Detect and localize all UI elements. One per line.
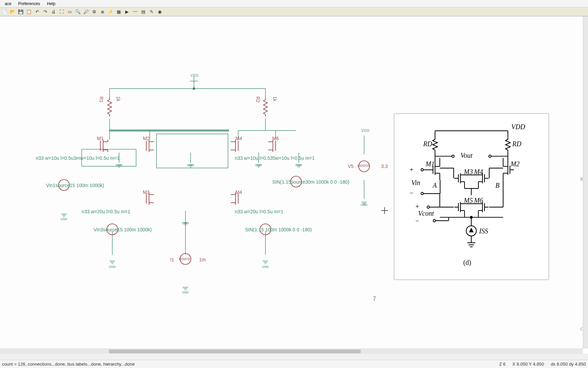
label-m1[interactable]: M1 [97, 136, 103, 141]
svg-text:+: + [410, 166, 413, 173]
svg-text:−: − [415, 217, 419, 225]
menu-help[interactable]: Help [44, 1, 59, 7]
ref-iss: ISS [479, 227, 488, 235]
new-icon[interactable]: 📄 [1, 8, 8, 16]
ref-m6: M6 [474, 197, 483, 204]
annotate-icon[interactable]: ✎ [148, 8, 155, 16]
cursor-crosshair [381, 207, 388, 214]
param-m3[interactable]: n33 w=20u l=0.5u m=1 [82, 209, 130, 214]
label-r1[interactable]: R1 [99, 96, 104, 103]
sim-icon[interactable]: ▶ [123, 8, 131, 16]
ref-vin: Vin [411, 179, 420, 186]
status-message: count = 126, connections...done, bus lab… [2, 362, 135, 367]
label-i1[interactable]: I1 [170, 257, 174, 262]
status-xy: X 8.050 Y 4.850 [512, 362, 544, 367]
label-v5[interactable]: V5 [348, 164, 354, 169]
ref-a: A [432, 182, 437, 189]
label-m4[interactable]: M4 [235, 136, 242, 141]
param-m5[interactable]: n33 w=20u l=0.5u m=1 [235, 209, 283, 214]
find-icon[interactable]: ⚙ [91, 8, 98, 16]
param-m4[interactable]: n33 w=10u l=0.535w=10u l=0.5u m=1 [235, 155, 315, 161]
svg-text:−: − [410, 189, 413, 197]
ref-m5: M5 [463, 197, 473, 204]
copy-icon[interactable]: 📋 [25, 8, 33, 16]
src-vin1[interactable]: Vin1source15 100m 1000k) [46, 183, 104, 188]
gnd-6: GND [182, 221, 189, 225]
svg-point-2 [193, 88, 195, 90]
zoom-fit-icon[interactable]: ⛶ [58, 8, 65, 16]
open-icon[interactable]: 📂 [9, 8, 16, 16]
svg-text:A: A [432, 182, 437, 189]
page-number: 7 [373, 296, 376, 302]
param-m1[interactable]: n33 w=10u l=0.5u3mw=10u l=0.5u m=1 [36, 155, 119, 161]
svg-text:Vout: Vout [460, 152, 473, 159]
svg-point-132 [421, 169, 423, 171]
save-icon[interactable]: 💾 [17, 8, 24, 16]
svg-rect-8 [110, 130, 229, 131]
svg-point-97 [452, 155, 454, 157]
ruler-b: B [580, 177, 583, 182]
layers-icon[interactable]: ▦ [115, 8, 122, 16]
ref-vcont: Vcont [418, 210, 434, 217]
net-vdd-top: VDD [191, 74, 199, 77]
label-r2[interactable]: R2 [255, 96, 261, 103]
status-dxy: dx 8.050 dy 4.850 [551, 362, 586, 367]
label-i1-type: isource [179, 257, 190, 261]
grid-icon[interactable]: ▤ [140, 8, 147, 16]
undo-icon[interactable]: ↶ [33, 8, 41, 16]
gnd-5: GND [295, 164, 302, 167]
zoom-out-icon[interactable]: 🔎 [82, 8, 90, 16]
gnd-3: GND [187, 164, 194, 167]
ref-rd-r: RD [512, 140, 521, 148]
gnd-8: GND [262, 265, 269, 269]
label-m6[interactable]: M6 [272, 136, 279, 141]
svg-text:ISS: ISS [479, 227, 488, 235]
gnd-1: GND [61, 217, 67, 221]
redo-icon[interactable]: ↷ [42, 8, 49, 16]
gnd-9: GND [182, 291, 189, 294]
src-vin2[interactable]: SIN(1.15source30m 1000k 0 0 -180) [272, 179, 349, 185]
ref-caption: (d) [463, 259, 471, 266]
ref-rd-l: RD [423, 140, 432, 148]
ref-m4: M4 [474, 168, 483, 175]
menu-preferences[interactable]: Preferences [15, 1, 44, 7]
svg-point-98 [489, 155, 491, 157]
svg-text:B: B [495, 182, 500, 189]
scrollbar-thumb[interactable] [109, 350, 361, 353]
zoom-in-icon[interactable]: 🔍 [74, 8, 82, 16]
svg-point-134 [421, 193, 423, 195]
svg-text:RD: RD [512, 140, 521, 148]
netlist-icon[interactable]: ≣ [99, 8, 106, 16]
src-vin4[interactable]: SIN(1.15 100m 1000k 0 0 -180) [245, 227, 312, 232]
scrollbar-vertical[interactable] [583, 16, 588, 349]
svg-text:M6: M6 [474, 197, 483, 204]
label-r2val: 1k [272, 96, 278, 102]
menu-place[interactable]: ace [1, 1, 15, 7]
print-icon[interactable]: 🖨 [50, 8, 57, 16]
scrollbar-horizontal[interactable] [0, 349, 583, 354]
svg-text:RD: RD [423, 140, 432, 148]
ref-m3: M3 [463, 168, 473, 175]
schematic-canvas[interactable]: VDD VDD M1 M2 M4 M6 M3 M4 R1 1k R2 1k n3… [0, 16, 583, 349]
label-m2[interactable]: M2 [143, 136, 149, 141]
canvas-wrap: VDD VDD M1 M2 M4 M6 M3 M4 R1 1k R2 1k n3… [0, 16, 588, 354]
zoom-rect-icon[interactable]: ▭ [66, 8, 74, 16]
ref-m1: M1 [425, 160, 435, 168]
label-v5-val: 3.3 [381, 164, 388, 169]
reference-diagram[interactable]: VDD RD RD Vout M1 M2 M3 M4 Vin A B M5 M6… [394, 113, 549, 280]
status-zoom: Z 6 [499, 362, 506, 367]
gnd-4: GND [255, 164, 262, 167]
svg-text:Vin: Vin [411, 179, 420, 186]
src-vin3[interactable]: Vin3source15 100m 1000k) [94, 227, 152, 232]
erc-icon[interactable]: ⚡ [107, 8, 114, 16]
ref-vdd: VDD [511, 123, 525, 131]
label-m4b[interactable]: M4 [235, 189, 242, 195]
wave-icon[interactable]: 〰 [131, 8, 139, 16]
svg-text:VDD: VDD [511, 123, 525, 131]
svg-point-159 [433, 219, 436, 222]
label-m3[interactable]: M3 [143, 189, 149, 195]
ref-m2: M2 [510, 160, 520, 168]
label-i1-val: 1m [199, 257, 206, 262]
ref-vout: Vout [460, 152, 473, 159]
misc-icon[interactable]: ◉ [156, 8, 163, 16]
